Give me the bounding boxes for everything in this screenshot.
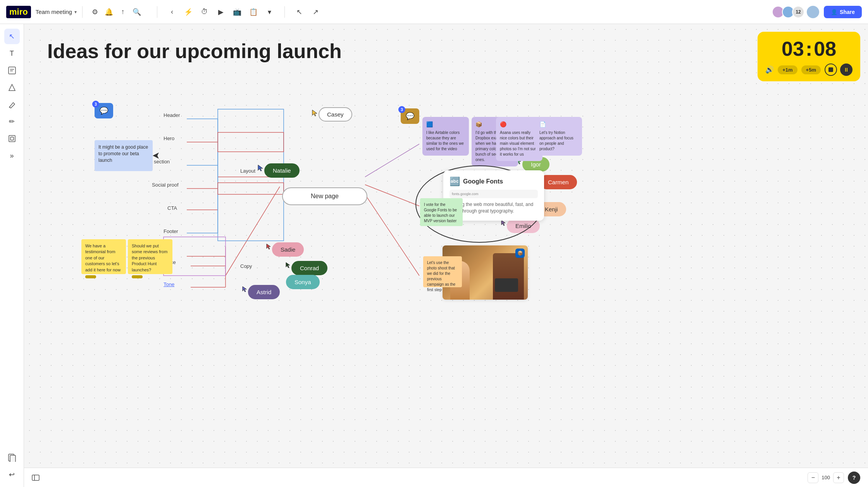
svg-rect-37	[32, 475, 39, 480]
svg-rect-22	[218, 183, 284, 194]
cursor-sadie: Sadie	[266, 243, 273, 252]
toolbar: miro Team meeting ▾ ⚙ 🔔 ↑ 🔍 ‹ ⚡ ⏱ ▶ 📺 📋 …	[0, 0, 868, 24]
sidebar-cursor-tool[interactable]: ↖	[4, 29, 20, 44]
avatar-current-user	[806, 5, 820, 19]
svg-line-10	[365, 185, 419, 206]
more-tools-button[interactable]: ▾	[263, 5, 277, 19]
timer-stop-button[interactable]	[825, 63, 837, 76]
settings-button[interactable]: ⚙	[88, 5, 102, 19]
cursor-mode-button[interactable]: ↖	[293, 5, 307, 19]
svg-line-11	[226, 187, 280, 276]
chat-bubble-2[interactable]: 💬 3	[401, 108, 419, 124]
timer-minutes: 03	[782, 37, 804, 60]
label-tone[interactable]: Tone	[164, 281, 174, 287]
app-logo: miro	[6, 6, 31, 18]
toolbar-divider-2	[157, 6, 157, 18]
toggle-sidebar-button[interactable]	[28, 470, 43, 485]
sidebar-frame-tool[interactable]	[4, 131, 20, 146]
person-astrid: Astrid	[248, 285, 280, 299]
label-copy: Copy	[240, 263, 252, 269]
collab-cursor-button[interactable]: ↗	[309, 5, 323, 19]
cursor-casey: Casey	[312, 109, 319, 118]
board-name-chevron[interactable]: ▾	[74, 9, 77, 15]
sidebar-text-tool[interactable]: T	[4, 46, 20, 61]
zoom-in-button[interactable]: +	[833, 472, 844, 483]
svg-rect-4	[9, 135, 15, 142]
left-sidebar: ↖ T ✏ » ↩	[0, 24, 24, 487]
avatar-stack: 12	[772, 6, 804, 18]
svg-marker-31	[243, 286, 246, 292]
svg-marker-32	[286, 262, 290, 268]
person-casey: Casey	[319, 107, 352, 122]
timer-button[interactable]: ⏱	[198, 5, 212, 19]
timer-colon: :	[806, 37, 812, 60]
label-cta: CTA	[167, 205, 177, 211]
svg-marker-30	[267, 244, 270, 249]
sticky-orange-photo[interactable]: Let's use the photo shoot that we did fo…	[423, 256, 462, 287]
present-button[interactable]: ▶	[214, 5, 228, 19]
person-sonya: Sonya	[286, 275, 320, 289]
central-node[interactable]: New page	[282, 187, 367, 205]
svg-marker-3	[9, 84, 15, 91]
svg-rect-27	[164, 237, 226, 276]
back-button[interactable]: ‹	[165, 5, 179, 19]
timer-widget: 03 : 08 🔊 +1m +5m ⏸	[758, 32, 860, 81]
label-header: Header	[164, 112, 180, 118]
sticky-yellow-reviews[interactable]: Should we put some reviews from the prev…	[128, 239, 172, 274]
avatar-count[interactable]: 12	[792, 6, 804, 18]
share-icon-person: 👤	[831, 9, 837, 15]
sidebar-marker-tool[interactable]: ✏	[4, 114, 20, 129]
zoom-level: 100	[822, 475, 830, 480]
notifications-button[interactable]: 🔔	[102, 5, 116, 19]
timer-seconds: 08	[814, 37, 836, 60]
timer-add-1m-button[interactable]: +1m	[778, 65, 797, 74]
sticky-blue-beta[interactable]: It might be a good place to promote our …	[95, 140, 153, 171]
sidebar-pages-button[interactable]	[4, 450, 20, 465]
features-arrow	[152, 152, 160, 159]
cursor-natalie: Natalie	[257, 164, 265, 173]
info-card-airtable: 🟦 I like Airtable colors because they ar…	[422, 117, 469, 156]
sticky-green-vote[interactable]: I vote for the Google Fonts to be able t…	[420, 198, 463, 226]
toolbar-right: 12 👤 Share	[772, 5, 862, 19]
chat-bubble-1[interactable]: 💬 3	[95, 103, 113, 118]
bottom-bar: − 100 + ?	[24, 468, 868, 487]
sidebar-more-tools[interactable]: »	[4, 148, 20, 163]
sidebar-undo-button[interactable]: ↩	[4, 467, 20, 482]
label-social-proof: Social proof	[152, 182, 179, 188]
sidebar-shapes-tool[interactable]	[4, 80, 20, 95]
canvas: Ideas for our upcoming launch 03 : 08 🔊 …	[24, 24, 868, 468]
person-carmen: Carmen	[539, 175, 577, 189]
cursor-emilio: Emilio	[501, 219, 508, 228]
canvas-title: Ideas for our upcoming launch	[47, 39, 342, 63]
toolbar-divider-1	[82, 6, 83, 18]
notes-button[interactable]: 📋	[246, 5, 260, 19]
board-name[interactable]: Team meeting ▾	[36, 9, 77, 15]
lightning-button[interactable]: ⚡	[181, 5, 195, 19]
label-hero: Hero	[164, 135, 174, 141]
toolbar-divider-3	[284, 6, 285, 18]
gfonts-header: 🔤 Google Fonts	[450, 177, 538, 187]
timer-pause-button[interactable]: ⏸	[840, 63, 852, 76]
sidebar-pen-tool[interactable]	[4, 97, 20, 112]
zoom-out-button[interactable]: −	[808, 472, 818, 483]
timer-sound-icon[interactable]: 🔊	[765, 65, 774, 74]
svg-marker-35	[501, 220, 505, 226]
share-button[interactable]: 👤 Share	[824, 6, 862, 18]
search-button[interactable]: 🔍	[130, 5, 144, 19]
zoom-control: − 100 +	[808, 472, 844, 483]
label-footer: Footer	[164, 228, 178, 234]
cursor-astrid: Astrid	[242, 286, 249, 294]
share-icon[interactable]: ↑	[116, 5, 130, 19]
svg-marker-28	[312, 110, 317, 116]
person-natalie: Natalie	[264, 163, 300, 178]
sticky-yellow-testimonial[interactable]: We have a testimonial from one of our cu…	[81, 239, 126, 274]
help-button[interactable]: ?	[848, 472, 860, 484]
toolbar-center: ‹ ⚡ ⏱ ▶ 📺 📋 ▾ ↖ ↗	[152, 5, 323, 19]
timer-add-5m-button[interactable]: +5m	[801, 65, 821, 74]
sidebar-sticky-tool[interactable]	[4, 63, 20, 78]
screen-share-button[interactable]: 📺	[230, 5, 244, 19]
svg-line-12	[365, 194, 419, 276]
svg-marker-36	[153, 153, 159, 159]
canvas-content: Ideas for our upcoming launch 03 : 08 🔊 …	[24, 24, 868, 468]
timer-display: 03 : 08	[765, 37, 852, 60]
